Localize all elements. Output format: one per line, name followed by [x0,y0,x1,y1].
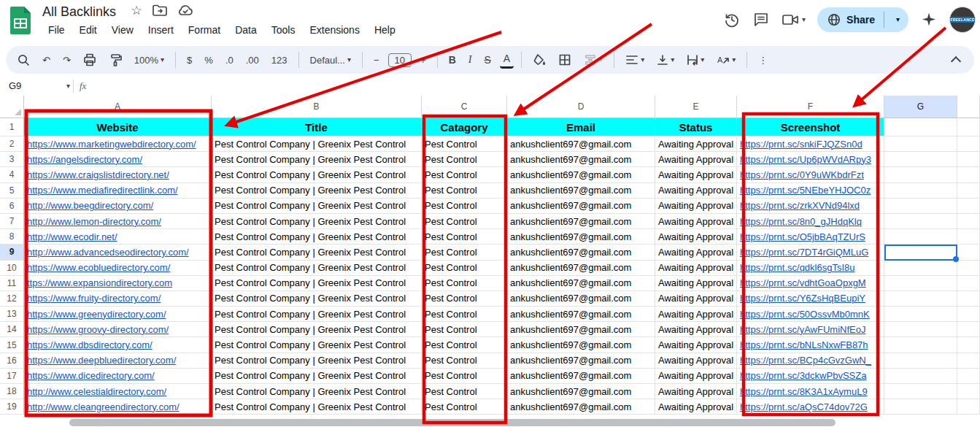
cell-G8[interactable] [884,229,957,245]
search-icon[interactable] [13,51,34,69]
column-header-F[interactable]: F [737,96,884,118]
column-header-G[interactable]: G [884,96,957,118]
cell-website-A19[interactable]: http://www.cleangreendirectory.com/ [24,399,212,415]
cell-status-E6[interactable]: Awaiting Approval [655,199,737,214]
column-header-B[interactable]: B [212,96,422,118]
cell-website-A16[interactable]: https://www.deepbluedirectory.com/ [24,353,212,369]
cell-email-D11[interactable]: ankushclient697@gmail.com [507,276,655,291]
cell-title-B10[interactable]: Pest Control Company | Greenix Pest Cont… [212,261,422,276]
cell-status-E3[interactable]: Awaiting Approval [655,152,737,167]
cell-title-B3[interactable]: Pest Control Company | Greenix Pest Cont… [212,152,422,167]
cell-email-D2[interactable]: ankushclient697@gmail.com [507,136,655,152]
format-percent-button[interactable]: % [201,53,217,68]
cell-screenshot-F7[interactable]: https://prnt.sc/8n0_gJHdqKlq [737,214,884,229]
cell-screenshot-F4[interactable]: https://prnt.sc/0Y9uWKbdrFzt [737,167,884,182]
menu-item-file[interactable]: File [42,23,71,37]
cloud-status-icon[interactable] [177,4,193,19]
cell-email-D7[interactable]: ankushclient697@gmail.com [507,214,655,229]
cell-G1[interactable] [884,118,957,136]
cell-title-B18[interactable]: Pest Control Company | Greenix Pest Cont… [212,384,422,399]
cell-title-B16[interactable]: Pest Control Company | Greenix Pest Cont… [212,353,422,369]
cell-website-A6[interactable]: http://www.beegdirectory.com/ [24,199,212,214]
cell-email-D3[interactable]: ankushclient697@gmail.com [507,152,655,167]
cell-screenshot-F11[interactable]: https://prnt.sc/vdhtGoaOpxgM [737,276,884,291]
cell-category-C13[interactable]: Pest Control [422,307,507,322]
cell-G19[interactable] [884,399,957,415]
cell-screenshot-F2[interactable]: https://prnt.sc/snkiFJQZSn0d [737,136,884,152]
row-header-3[interactable]: 3 [0,152,24,167]
fill-handle[interactable] [953,256,959,262]
cell-title-B13[interactable]: Pest Control Company | Greenix Pest Cont… [212,307,422,322]
cell-status-E19[interactable]: Awaiting Approval [655,399,737,415]
font-select[interactable]: Defaul... [306,53,355,68]
cell-website-A17[interactable]: https://www.dicedirectory.com/ [24,369,212,384]
menu-item-extensions[interactable]: Extensions [304,23,365,37]
cell-G16[interactable] [884,353,957,369]
cell-email-D19[interactable]: ankushclient697@gmail.com [507,399,655,415]
cell-status-E15[interactable]: Awaiting Approval [655,337,737,353]
cell-category-C7[interactable]: Pest Control [422,214,507,229]
share-dropdown-icon[interactable] [890,16,906,23]
cell-email-D15[interactable]: ankushclient697@gmail.com [507,337,655,353]
text-wrap-button[interactable] [683,52,708,68]
menu-item-format[interactable]: Format [182,23,226,37]
cell-category-C10[interactable]: Pest Control [422,261,507,276]
cell-category-C15[interactable]: Pest Control [422,337,507,353]
cell-title-B19[interactable]: Pest Control Company | Greenix Pest Cont… [212,399,422,415]
row-header-13[interactable]: 13 [0,307,24,322]
menu-item-data[interactable]: Data [229,23,263,37]
row-header-12[interactable]: 12 [0,291,24,307]
cell-website-A15[interactable]: https://www.dbsdirectory.com/ [24,337,212,353]
cell-status-E10[interactable]: Awaiting Approval [655,261,737,276]
cell-email-D17[interactable]: ankushclient697@gmail.com [507,369,655,384]
cell-title-B2[interactable]: Pest Control Company | Greenix Pest Cont… [212,136,422,152]
cell-status-E11[interactable]: Awaiting Approval [655,276,737,291]
cell-email-D12[interactable]: ankushclient697@gmail.com [507,291,655,307]
cell-category-C17[interactable]: Pest Control [422,369,507,384]
cell-status-E2[interactable]: Awaiting Approval [655,136,737,152]
cell-G15[interactable] [884,337,957,353]
selected-cell-G9[interactable] [884,245,957,260]
cell-screenshot-F12[interactable]: https://prnt.sc/Y6ZsHqBEupiY [737,291,884,307]
meet-camera-icon[interactable] [782,12,806,28]
cell-website-A3[interactable]: https://angelsdirectory.com/ [24,152,212,167]
cell-screenshot-F16[interactable]: https://prnt.sc/BCp4cGvzGwN_ [737,353,884,369]
version-history-icon[interactable] [723,11,741,28]
cell-status-E5[interactable]: Awaiting Approval [655,183,737,199]
cell-G3[interactable] [884,152,957,167]
cell-website-A13[interactable]: https://www.greenydirectory.com/ [24,307,212,322]
cell-screenshot-F15[interactable]: https://prnt.sc/bNLsNxwFB87h [737,337,884,353]
column-header-A[interactable]: A [24,96,212,118]
cell-screenshot-F6[interactable]: https://prnt.sc/zrkXVNd94lxd [737,199,884,214]
cell-screenshot-F9[interactable]: https://prnt.sc/7DT4rGiQMLuG [737,245,884,260]
cell-email-D16[interactable]: ankushclient697@gmail.com [507,353,655,369]
header-cell-status[interactable]: Status [655,118,737,136]
menu-item-view[interactable]: View [106,23,139,37]
row-header-7[interactable]: 7 [0,214,24,229]
cell-screenshot-F8[interactable]: https://prnt.sc/O5jbBAqTZUrS [737,229,884,245]
cell-status-E4[interactable]: Awaiting Approval [655,167,737,182]
cell-website-A4[interactable]: https://www.craigslistdirectory.net/ [24,167,212,182]
strikethrough-button[interactable]: S [480,52,494,68]
merge-cells-button[interactable] [580,51,606,69]
select-all-corner[interactable] [0,96,24,118]
share-button[interactable]: Share [817,7,908,32]
print-icon[interactable] [80,51,100,69]
cell-screenshot-F5[interactable]: https://prnt.sc/5NEbeYHJOC0z [737,183,884,199]
cell-category-C18[interactable]: Pest Control [422,384,507,399]
header-cell-email[interactable]: Email [507,118,655,136]
row-header-18[interactable]: 18 [0,384,24,399]
cell-title-B15[interactable]: Pest Control Company | Greenix Pest Cont… [212,337,422,353]
undo-icon[interactable]: ↶ [39,53,54,68]
cell-screenshot-F19[interactable]: https://prnt.sc/aQsC74dov72G [737,399,884,415]
cell-status-E16[interactable]: Awaiting Approval [655,353,737,369]
menu-item-help[interactable]: Help [369,23,401,37]
cell-title-B12[interactable]: Pest Control Company | Greenix Pest Cont… [212,291,422,307]
zoom-select[interactable]: 100% [131,53,168,68]
horizontal-align-button[interactable] [622,52,648,68]
cell-email-D10[interactable]: ankushclient697@gmail.com [507,261,655,276]
cell-status-E9[interactable]: Awaiting Approval [655,245,737,260]
cell-website-A14[interactable]: https://www.groovy-directory.com/ [24,322,212,337]
cell-email-D8[interactable]: ankushclient697@gmail.com [507,229,655,245]
cell-email-D13[interactable]: ankushclient697@gmail.com [507,307,655,322]
